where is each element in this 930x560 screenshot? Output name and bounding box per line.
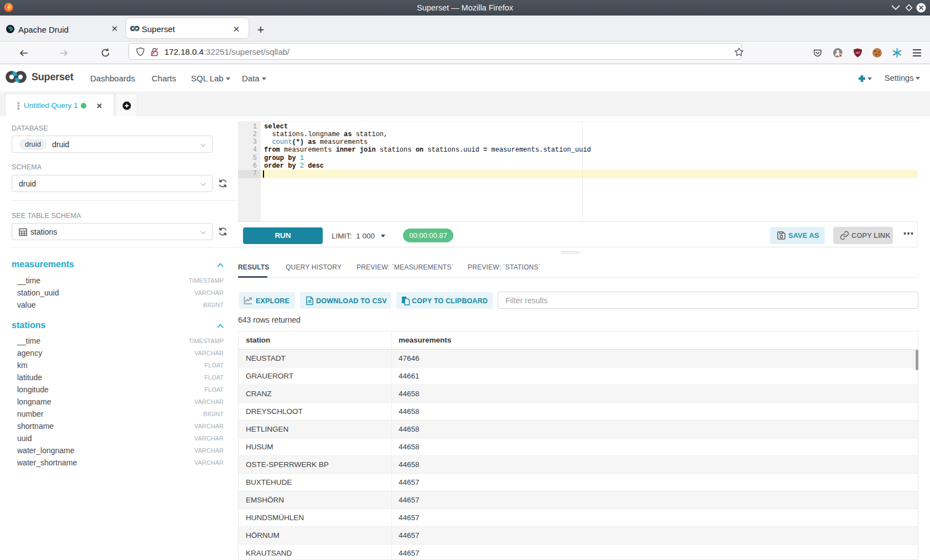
svg-text:uO: uO: [855, 51, 860, 54]
